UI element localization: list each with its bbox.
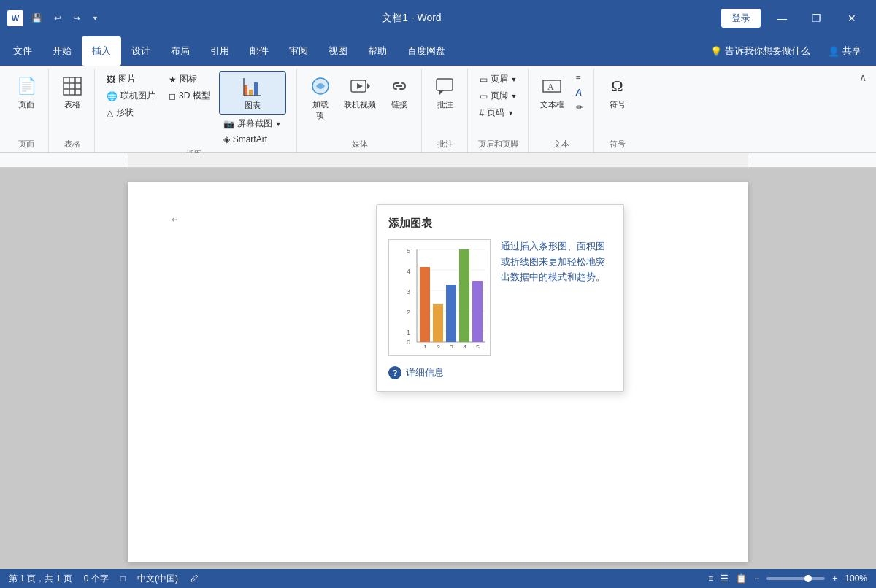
cursor-indicator: ↵	[172, 214, 179, 225]
ribbon-group-media: 加载项 联机视频	[299, 69, 422, 152]
title-center: 文档1 - Word	[382, 12, 441, 25]
svg-rect-35	[446, 285, 456, 342]
tell-me-item[interactable]: 💡 告诉我你想要做什么	[704, 45, 816, 58]
ribbon-btn-pagenumber[interactable]: # 页码 ▼	[475, 105, 522, 120]
menu-bar: 文件 开始 插入 设计 布局 引用 邮件 审阅 视图 帮助 百度网盘 💡 告诉我…	[0, 36, 876, 66]
svg-text:3: 3	[450, 344, 453, 348]
title-bar-right: 登录 — ❐ ✕	[721, 7, 869, 29]
close-button[interactable]: ✕	[835, 7, 869, 29]
ribbon-group-symbol: Ω 符号 符号	[596, 69, 639, 152]
online-picture-label: 联机图片	[120, 90, 155, 102]
svg-text:4: 4	[407, 268, 410, 275]
ribbon-btn-link[interactable]: 链接	[383, 71, 415, 113]
quickparts-icon: ≡	[576, 73, 581, 83]
tooltip-link[interactable]: ? 详细信息	[388, 366, 612, 379]
ribbon-btn-quickparts[interactable]: ≡	[572, 71, 588, 85]
screenshot-icon: 📷	[223, 119, 234, 129]
zoom-slider[interactable]	[766, 577, 825, 580]
link-label: 链接	[391, 99, 407, 110]
ribbon-btn-wordart[interactable]: A	[572, 86, 588, 99]
menu-mailings[interactable]: 邮件	[239, 36, 279, 66]
menu-home[interactable]: 开始	[42, 36, 82, 66]
3d-label: 3D 模型	[179, 90, 210, 102]
ribbon-btn-picture[interactable]: 🖼 图片	[102, 71, 160, 87]
share-button[interactable]: 👤 共享	[822, 45, 867, 58]
symbol-icon: Ω	[606, 74, 629, 98]
ribbon-group-header-footer: ▭ 页眉 ▼ ▭ 页脚 ▼ # 页码 ▼ 页眉和页脚	[469, 69, 529, 152]
undo-quick-btn[interactable]: ↩	[50, 12, 65, 25]
ribbon-btn-table[interactable]: 表格	[56, 71, 88, 113]
ribbon-btn-footer[interactable]: ▭ 页脚 ▼	[475, 88, 522, 104]
ribbon-btn-symbol[interactable]: Ω 符号	[602, 71, 634, 113]
svg-rect-7	[254, 82, 258, 96]
menu-file[interactable]: 文件	[3, 36, 42, 66]
ribbon-btn-shape[interactable]: △ 形状	[102, 105, 160, 120]
ribbon-btn-3d[interactable]: ◻ 3D 模型	[164, 88, 215, 104]
comment-label: 批注	[437, 99, 453, 110]
ribbon-btn-addin[interactable]: 加载项	[304, 71, 337, 124]
menu-help[interactable]: 帮助	[358, 36, 397, 66]
menu-view[interactable]: 视图	[318, 36, 358, 66]
menu-design[interactable]: 设计	[121, 36, 161, 66]
page-group-label: 页面	[18, 136, 34, 150]
ribbon-group-text: A 文本框 ≡ A ✏ 文本	[530, 69, 594, 152]
ribbon-btn-textbox[interactable]: A 文本框	[536, 71, 569, 113]
title-text: 文档1 - Word	[382, 12, 441, 25]
restore-button[interactable]: ❐	[800, 7, 834, 29]
tell-me-text: 告诉我你想要做什么	[725, 45, 810, 58]
word-count: 0 个字	[84, 573, 109, 585]
window-controls: — ❐ ✕	[765, 7, 869, 29]
minimize-button[interactable]: —	[765, 7, 799, 29]
ribbon-btn-page[interactable]: 📄 页面	[10, 71, 42, 113]
tooltip-content: 5 4 3 2 1 0	[388, 239, 612, 356]
customize-quick-btn[interactable]: ▼	[88, 13, 102, 23]
save-quick-btn[interactable]: 💾	[28, 12, 46, 25]
ribbon-items-text: A 文本框 ≡ A ✏	[536, 71, 588, 136]
view-icon-1[interactable]: ≡	[708, 573, 713, 584]
pagenumber-label: 页码	[487, 107, 504, 119]
svg-rect-37	[472, 281, 483, 342]
ribbon-collapse-btn[interactable]: ∧	[854, 69, 872, 86]
dropcap-icon: ✏	[576, 102, 583, 112]
plus-icon[interactable]: +	[832, 573, 837, 584]
picture-label: 图片	[118, 73, 136, 85]
minus-icon[interactable]: −	[754, 573, 759, 584]
icon-icon: ★	[169, 74, 177, 85]
ribbon-btn-comment[interactable]: 批注	[429, 71, 461, 113]
menu-review[interactable]: 审阅	[279, 36, 318, 66]
ribbon-col-text: ≡ A ✏	[572, 71, 588, 114]
shape-icon: △	[107, 108, 113, 118]
title-bar: W 💾 ↩ ↪ ▼ 文档1 - Word 登录 — ❐ ✕	[0, 0, 876, 36]
document-page[interactable]: ↵ 添加图表 5 4 3 2 1 0	[128, 182, 748, 562]
ribbon-btn-header[interactable]: ▭ 页眉 ▼	[475, 71, 522, 87]
zoom-slider-area	[766, 577, 825, 580]
ribbon-btn-dropcap[interactable]: ✏	[572, 101, 588, 114]
redo-quick-btn[interactable]: ↪	[69, 12, 84, 25]
tooltip-link-text[interactable]: 详细信息	[406, 366, 444, 379]
comment-icon	[434, 74, 457, 98]
view-icon-3[interactable]: 📋	[736, 573, 747, 584]
ribbon-btn-online-picture[interactable]: 🌐 联机图片	[102, 88, 160, 104]
ribbon-btn-screenshot[interactable]: 📷 屏幕截图 ▼	[219, 116, 286, 131]
ribbon-btn-chart[interactable]: 图表	[219, 71, 286, 115]
svg-rect-6	[249, 90, 253, 96]
tooltip-chart: 5 4 3 2 1 0	[388, 239, 491, 356]
ribbon-btn-smartart[interactable]: ◈ SmartArt	[219, 133, 286, 146]
ruler-bar	[0, 153, 876, 168]
svg-text:2: 2	[407, 309, 410, 316]
view-icon-2[interactable]: ☰	[721, 573, 729, 584]
svg-rect-34	[433, 304, 443, 342]
menu-layout[interactable]: 布局	[161, 36, 200, 66]
ribbon-btn-icon[interactable]: ★ 图标	[164, 71, 215, 87]
menu-references[interactable]: 引用	[200, 36, 239, 66]
ribbon-items-header-footer: ▭ 页眉 ▼ ▭ 页脚 ▼ # 页码 ▼	[475, 71, 522, 136]
zoom-level[interactable]: 100%	[845, 573, 867, 584]
menu-baidu[interactable]: 百度网盘	[397, 36, 456, 66]
ribbon-btn-online-video[interactable]: 联机视频	[339, 71, 380, 113]
login-button[interactable]: 登录	[721, 9, 761, 28]
svg-text:5: 5	[407, 247, 410, 255]
3d-icon: ◻	[169, 91, 176, 101]
ribbon-group-illustrations: 🖼 图片 🌐 联机图片 △ 形状 ★ 图标 ◻	[96, 69, 297, 152]
svg-text:1: 1	[407, 329, 410, 336]
menu-insert[interactable]: 插入	[82, 36, 121, 66]
